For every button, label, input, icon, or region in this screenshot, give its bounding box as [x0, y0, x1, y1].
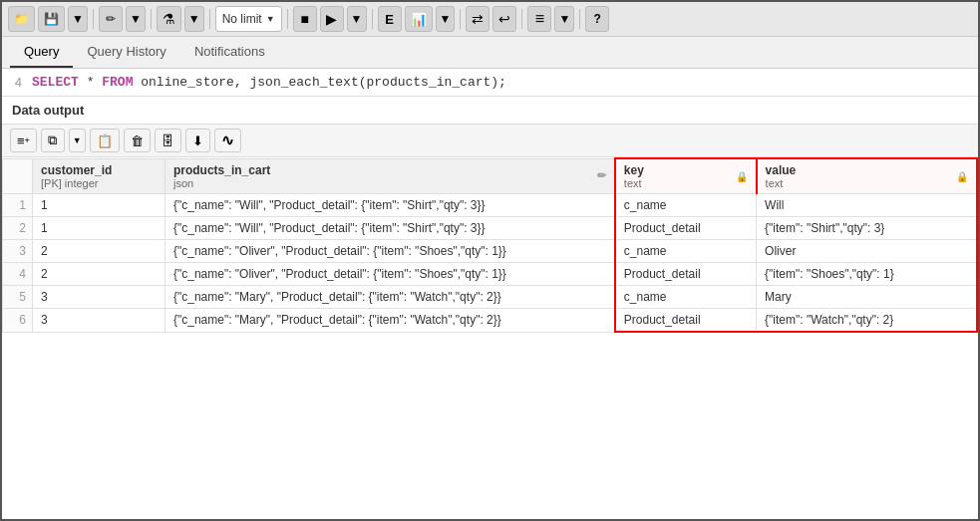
run-button[interactable]: ▶	[320, 6, 344, 32]
products-in-cart-label: products_in_cart	[173, 163, 270, 177]
separator-5	[372, 9, 373, 29]
column-header-row: customer_id [PK] integer products_in_car…	[3, 158, 978, 194]
delete-row-button[interactable]: 🗑	[124, 129, 151, 152]
rollback-button[interactable]: ↩	[492, 6, 516, 32]
paste-button[interactable]: 📋	[90, 129, 120, 152]
products-in-cart-edit-icon: ✏	[597, 169, 606, 182]
rownum-header	[3, 158, 33, 194]
copy-button[interactable]: ⧉	[41, 129, 65, 152]
edit-button[interactable]: ✏	[99, 6, 123, 32]
products-in-cart-type: json	[173, 177, 270, 189]
customer-id-type: [PK] integer	[41, 177, 157, 189]
cell-products-in-cart: {"c_name": "Will", "Product_detail": {"i…	[164, 217, 614, 240]
value-header: value text 🔒	[757, 158, 977, 194]
cell-value: {"item": "Watch","qty": 2}	[757, 309, 977, 333]
row-number: 4	[3, 263, 33, 286]
sql-keyword-from: FROM	[102, 75, 133, 90]
run-dropdown-button[interactable]: ▼	[347, 6, 367, 32]
table-row: 32{"c_name": "Oliver", "Product_detail":…	[3, 240, 978, 263]
separator-2	[151, 9, 152, 29]
key-type: text	[624, 177, 644, 189]
row-number: 3	[3, 240, 33, 263]
list-button[interactable]: ≡	[527, 6, 551, 32]
cell-key: Product_detail	[615, 217, 757, 240]
cell-value: Oliver	[757, 240, 977, 263]
tab-bar: Query Query History Notifications	[2, 37, 978, 69]
key-lock-icon: 🔒	[736, 171, 748, 182]
edit-dropdown-button[interactable]: ▼	[126, 6, 146, 32]
save-dropdown-button[interactable]: ▼	[68, 6, 88, 32]
help-button[interactable]: ?	[585, 6, 609, 32]
data-table-container: customer_id [PK] integer products_in_car…	[2, 157, 978, 333]
cell-products-in-cart: {"c_name": "Oliver", "Product_detail": {…	[164, 263, 614, 286]
cell-products-in-cart: {"c_name": "Will", "Product_detail": {"i…	[164, 194, 614, 217]
cell-key: c_name	[615, 286, 757, 309]
cell-products-in-cart: {"c_name": "Oliver", "Product_detail": {…	[164, 240, 614, 263]
key-header: key text 🔒	[615, 158, 757, 194]
copy-dropdown-button[interactable]: ▼	[69, 129, 86, 152]
sql-line-number: 4	[2, 75, 32, 90]
cell-key: Product_detail	[615, 263, 757, 286]
table-body: 11{"c_name": "Will", "Product_detail": {…	[3, 194, 978, 333]
nolimit-dropdown[interactable]: No limit ▼	[215, 6, 282, 32]
sql-editor: 4 SELECT * FROM online_store, json_each_…	[2, 69, 978, 97]
cell-customer-id: 2	[33, 240, 165, 263]
chart-button[interactable]: 📊	[405, 6, 433, 32]
download-button[interactable]: ⬇	[185, 129, 210, 152]
customer-id-header: customer_id [PK] integer	[33, 158, 165, 194]
data-output-title: Data output	[2, 97, 978, 125]
cell-products-in-cart: {"c_name": "Mary", "Product_detail": {"i…	[164, 286, 614, 309]
separator-7	[521, 9, 522, 29]
tab-query[interactable]: Query	[10, 37, 73, 68]
save-db-button[interactable]: 🗄	[155, 129, 181, 152]
row-number: 5	[3, 286, 33, 309]
tab-query-history[interactable]: Query History	[73, 37, 179, 68]
stop-button[interactable]: ■	[293, 6, 317, 32]
cell-customer-id: 1	[33, 194, 165, 217]
sql-code[interactable]: SELECT * FROM online_store, json_each_te…	[32, 75, 506, 90]
nolimit-label: No limit	[222, 12, 262, 26]
cell-customer-id: 3	[33, 309, 165, 333]
key-label: key	[624, 163, 644, 177]
separator-3	[209, 9, 210, 29]
cell-key: Product_detail	[615, 309, 757, 333]
separator-6	[460, 9, 461, 29]
explain-button[interactable]: E	[378, 6, 402, 32]
add-row-button[interactable]: ≡+	[10, 129, 37, 152]
cell-key: c_name	[615, 240, 757, 263]
open-button[interactable]: 📁	[8, 6, 35, 32]
cell-key: c_name	[615, 194, 757, 217]
table-row: 53{"c_name": "Mary", "Product_detail": {…	[3, 286, 978, 309]
save-button[interactable]: 💾	[38, 6, 65, 32]
table-row: 21{"c_name": "Will", "Product_detail": {…	[3, 217, 978, 240]
filter-dropdown-button[interactable]: ▼	[184, 6, 204, 32]
cell-products-in-cart: {"c_name": "Mary", "Product_detail": {"i…	[164, 309, 614, 333]
table-row: 63{"c_name": "Mary", "Product_detail": {…	[3, 309, 978, 333]
customer-id-label: customer_id	[41, 163, 157, 177]
list-dropdown-button[interactable]: ▼	[554, 6, 574, 32]
row-number: 1	[3, 194, 33, 217]
value-type: text	[766, 177, 797, 189]
filter-button[interactable]: ⚗	[157, 6, 181, 32]
table-row: 42{"c_name": "Oliver", "Product_detail":…	[3, 263, 978, 286]
tab-notifications[interactable]: Notifications	[180, 37, 279, 68]
table-row: 11{"c_name": "Will", "Product_detail": {…	[3, 194, 978, 217]
commit-button[interactable]: ⇄	[466, 6, 490, 32]
value-label: value	[766, 163, 797, 177]
cell-value: {"item": "Shirt","qty": 3}	[757, 217, 977, 240]
data-table: customer_id [PK] integer products_in_car…	[2, 157, 978, 333]
nolimit-chevron: ▼	[266, 14, 275, 24]
main-toolbar: 📁 💾 ▼ ✏ ▼ ⚗ ▼ No limit ▼ ■ ▶ ▼ E 📊 ▼ ⇄ ↩…	[2, 2, 978, 37]
cell-customer-id: 3	[33, 286, 165, 309]
separator-1	[93, 9, 94, 29]
separator-8	[579, 9, 580, 29]
cell-value: {"item": "Shoes","qty": 1}	[757, 263, 977, 286]
chart-dropdown-button[interactable]: ▼	[436, 6, 456, 32]
separator-4	[287, 9, 288, 29]
data-toolbar: ≡+ ⧉ ▼ 📋 🗑 🗄 ⬇ ∿	[2, 125, 978, 157]
graph-button[interactable]: ∿	[214, 129, 241, 152]
cell-customer-id: 2	[33, 263, 165, 286]
cell-value: Mary	[757, 286, 977, 309]
row-number: 2	[3, 217, 33, 240]
cell-value: Will	[757, 194, 977, 217]
